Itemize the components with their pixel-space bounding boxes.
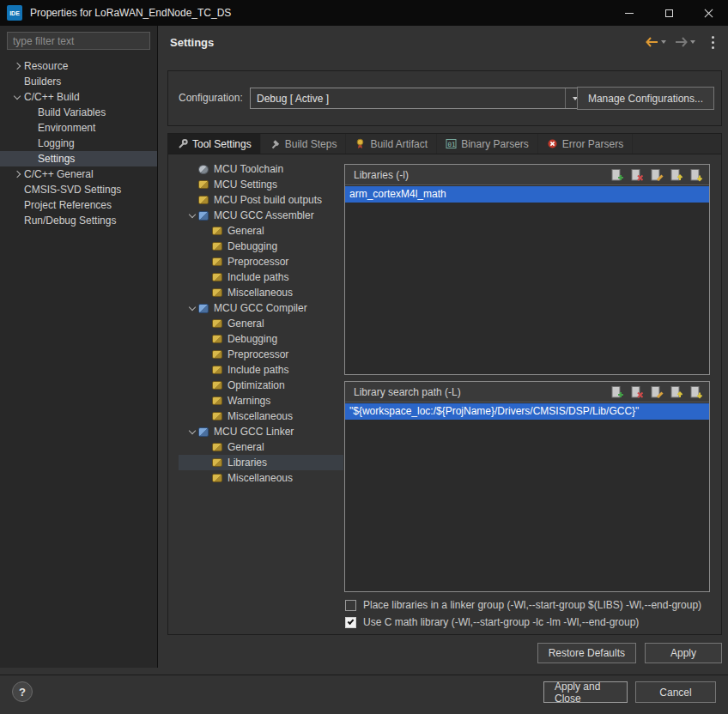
sidebar-item-run-debug-settings[interactable]: Run/Debug Settings [0,213,157,228]
sidebar-item-builders[interactable]: Builders [0,74,157,89]
settings-tabbar: Tool Settings Build Steps Build Artifact… [167,133,722,154]
properties-dialog: IDE Properties for LoRaWAN_EndNode_TC_DS… [0,0,728,714]
maximize-button[interactable] [649,0,689,26]
chevron-down-icon[interactable] [10,96,24,99]
move-up-icon[interactable] [670,385,683,399]
tree-item-mcu-settings[interactable]: MCU Settings [179,177,343,192]
close-icon [704,9,713,18]
tree-item-libraries[interactable]: Libraries [179,455,343,470]
titlebar: IDE Properties for LoRaWAN_EndNode_TC_DS [0,0,728,26]
tab-binary-parsers[interactable]: 01 Binary Parsers [437,134,538,154]
settings-tool-icon [198,180,209,189]
tree-item[interactable]: General [179,223,343,239]
minimize-icon [625,13,634,14]
settings-tool-icon [212,288,222,297]
app-icon: IDE [7,5,22,21]
configuration-value: Debug [ Active ] [251,93,565,105]
tree-item-mcu-gcc-assembler[interactable]: MCU GCC Assembler [179,208,343,223]
close-button[interactable] [689,0,728,26]
tree-item[interactable]: General [179,439,343,455]
c-math-option: Use C math library (-Wl,--start-group -l… [345,615,639,629]
search-path-list: "${workspace_loc:/${ProjName}/Drivers/CM… [345,403,709,591]
settings-tool-icon [212,335,222,343]
tree-item[interactable]: Preprocessor [179,254,343,269]
panel-buttons: Restore Defaults Apply [167,643,722,663]
window-controls [610,0,728,26]
chevron-right-icon[interactable] [10,64,24,69]
sidebar-item-project-references[interactable]: Project References [0,197,157,213]
sidebar-item-build-variables[interactable]: Build Variables [0,105,157,120]
tab-tool-settings[interactable]: Tool Settings [168,134,261,154]
build-steps-icon [270,138,281,149]
tree-item[interactable]: Optimization [179,378,343,393]
tree-item-mcu-toolchain[interactable]: MCU Toolchain [179,161,343,177]
move-up-icon[interactable] [670,168,683,182]
settings-tool-icon [212,443,222,451]
sidebar-item-cpp-general[interactable]: C/C++ General [0,166,157,182]
linker-tool-icon [198,427,209,437]
libraries-group-title: Libraries (-l) [354,169,409,181]
move-down-icon[interactable] [689,168,703,182]
tree-item[interactable]: Miscellaneous [179,285,343,300]
library-search-path-title: Library search path (-L) [354,386,461,398]
back-button[interactable] [642,34,669,50]
chevron-down-icon[interactable] [185,431,198,433]
add-item-icon[interactable] [610,168,624,182]
view-menu-button[interactable] [706,34,719,50]
c-math-checkbox[interactable] [345,617,356,628]
restore-defaults-button[interactable]: Restore Defaults [537,643,636,663]
tree-item[interactable]: Preprocessor [179,347,343,362]
forward-dropdown-icon [690,40,695,44]
delete-item-icon[interactable] [630,168,644,182]
tree-item[interactable]: Warnings [179,393,343,408]
chevron-down-icon[interactable] [185,215,198,217]
help-button[interactable]: ? [12,681,33,702]
tree-item[interactable]: Include paths [179,269,343,285]
tree-item[interactable]: Debugging [179,239,343,254]
linker-group-option: Place libraries in a linker group (-Wl,-… [345,598,701,612]
tab-build-artifact[interactable]: Build Artifact [346,134,437,154]
tree-item-mcu-post-build[interactable]: MCU Post build outputs [179,192,343,208]
tree-item-mcu-gcc-compiler[interactable]: MCU GCC Compiler [179,300,343,316]
delete-item-icon[interactable] [630,385,644,399]
tree-item[interactable]: Miscellaneous [179,470,343,486]
configuration-select[interactable]: Debug [ Active ] [250,88,585,109]
back-arrow-icon [645,36,659,48]
tab-build-steps[interactable]: Build Steps [261,134,347,154]
linker-group-label: Place libraries in a linker group (-Wl,-… [363,599,701,611]
linker-group-checkbox[interactable] [345,600,356,611]
tree-item[interactable]: Miscellaneous [179,408,343,424]
filter-input[interactable] [7,32,150,50]
list-item[interactable]: "${workspace_loc:/${ProjName}/Drivers/CM… [345,403,709,420]
manage-configurations-button[interactable]: Manage Configurations... [577,87,714,110]
chevron-right-icon[interactable] [10,172,24,177]
tab-error-parsers[interactable]: Error Parsers [538,134,633,154]
tree-item[interactable]: Include paths [179,362,343,378]
configuration-group: Configuration: Debug [ Active ] Manage C… [167,70,722,126]
forward-button[interactable] [671,34,698,50]
edit-item-icon[interactable] [650,385,664,399]
sidebar-item-resource[interactable]: Resource [0,58,157,74]
sidebar-item-logging[interactable]: Logging [0,136,157,151]
chevron-down-icon[interactable] [185,307,198,310]
apply-and-close-button[interactable]: Apply and Close [543,681,628,703]
cancel-button[interactable]: Cancel [635,681,716,703]
move-down-icon[interactable] [689,385,703,399]
sidebar-item-cpp-build[interactable]: C/C++ Build [0,89,157,105]
apply-button[interactable]: Apply [645,643,722,663]
tree-item[interactable]: Debugging [179,331,343,347]
tree-item[interactable]: General [179,316,343,331]
sidebar-item-cmsis-svd-settings[interactable]: CMSIS-SVD Settings [0,182,157,197]
add-item-icon[interactable] [610,385,624,399]
tool-options-tree: MCU Toolchain MCU Settings MCU Post buil… [179,161,343,486]
libraries-toolbar [610,168,703,182]
minimize-button[interactable] [610,0,649,26]
list-item[interactable]: arm_cortexM4l_math [345,186,709,203]
tree-item-mcu-gcc-linker[interactable]: MCU GCC Linker [179,424,343,439]
compiler-tool-icon [198,304,209,313]
edit-item-icon[interactable] [650,168,664,182]
page-header: Settings [159,26,728,58]
sidebar-item-environment[interactable]: Environment [0,120,157,136]
build-artifact-icon [355,138,366,149]
sidebar-item-settings[interactable]: Settings [0,151,157,166]
